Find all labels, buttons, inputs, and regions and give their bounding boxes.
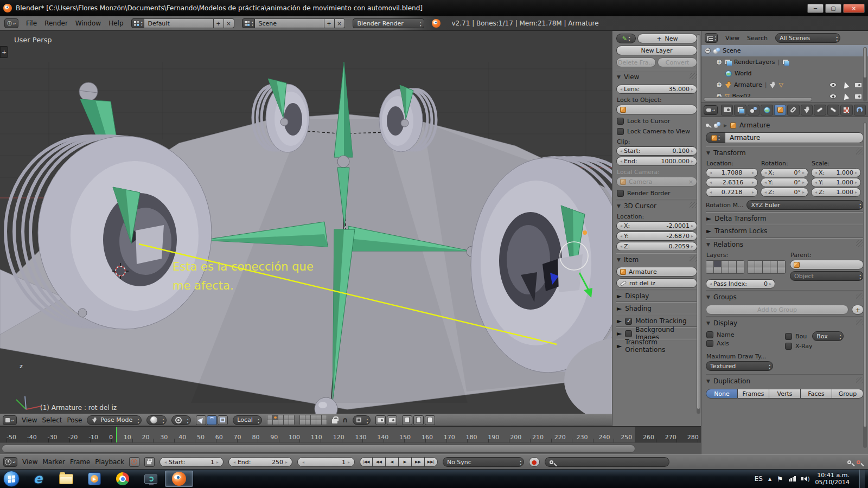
location-y-field[interactable]: -2.6316 — [706, 178, 758, 187]
clip-end-field[interactable]: End: 1000.000 — [616, 157, 697, 166]
screen-layout-selector[interactable]: Default + × — [131, 18, 234, 28]
display-bounds-row[interactable]: Bou Box — [785, 331, 864, 341]
frame-end-field[interactable]: End: 250 — [228, 457, 292, 467]
axis-checkbox[interactable] — [706, 340, 713, 347]
render-border-row[interactable]: Render Border — [617, 190, 697, 197]
renderable-camera-icon[interactable] — [855, 83, 861, 87]
grease-pencil-new-button[interactable]: + New — [637, 34, 697, 43]
visibility-eye-icon[interactable] — [829, 82, 837, 87]
name-checkbox[interactable] — [706, 331, 713, 338]
pin-icon[interactable] — [706, 124, 709, 127]
motion-tracking-checkbox[interactable] — [625, 318, 632, 325]
menu-pose[interactable]: Pose — [67, 416, 82, 424]
menu-view[interactable]: View — [22, 458, 37, 466]
tab-world-icon[interactable] — [761, 105, 773, 115]
pivot-point-selector[interactable] — [171, 415, 191, 425]
copy-pose-button[interactable] — [402, 415, 412, 425]
snap-element-selector[interactable] — [353, 415, 371, 425]
outliner-row-armature[interactable]: + Armature | ▽ — [701, 79, 868, 91]
bounds-type-selector[interactable]: Box — [812, 331, 844, 341]
tab-object-icon[interactable] — [774, 105, 786, 115]
panel-header-relations[interactable]: ▼ Relations — [706, 238, 864, 250]
rotation-mode-selector[interactable]: XYZ Euler — [746, 200, 864, 210]
panel-header-background-images[interactable]: ► Background Images — [616, 327, 697, 339]
xray-checkbox[interactable] — [785, 343, 792, 350]
convert-button[interactable]: Convert — [658, 57, 697, 67]
manipulator-translate-button[interactable] — [196, 415, 206, 425]
object-name-field[interactable]: Armature — [725, 132, 864, 143]
editor-type-icon[interactable] — [705, 33, 718, 43]
renderable-camera-icon[interactable] — [855, 94, 861, 99]
item-bone-field[interactable]: rot del iz — [616, 278, 697, 288]
parent-type-selector[interactable]: Object — [790, 271, 864, 281]
cursor-z-field[interactable]: Z: 0.2059 — [616, 242, 697, 251]
outliner-scrollbar[interactable] — [863, 47, 867, 101]
clip-start-field[interactable]: Start: 0.100 — [616, 146, 697, 156]
menu-render[interactable]: Render — [44, 20, 68, 27]
scene-icon[interactable] — [242, 18, 255, 28]
clock[interactable]: 10:41 a.m. 05/10/2014 — [815, 472, 850, 486]
panel-header-3d-cursor[interactable]: ▼ 3D Cursor — [616, 200, 697, 211]
display-name-row[interactable]: Name — [706, 331, 779, 338]
menu-search[interactable]: Search — [747, 35, 768, 42]
menu-view[interactable]: View — [725, 35, 739, 42]
layers-grid-1[interactable] — [706, 260, 744, 274]
local-camera-field[interactable]: Camera × — [616, 177, 697, 187]
panel-header-duplication[interactable]: ▼ Duplication — [706, 375, 864, 387]
tab-physics-icon[interactable] — [840, 105, 852, 115]
parent-field[interactable] — [790, 260, 864, 269]
panel-header-item[interactable]: ▼ Item — [616, 253, 697, 265]
timeline-hscrollbar[interactable] — [2, 445, 635, 453]
timeline-track[interactable]: -50-40-30-20-100102030405060708090100110… — [0, 426, 701, 442]
menu-frame[interactable]: Frame — [70, 458, 90, 466]
volume-icon[interactable]: ) — [801, 476, 810, 482]
grease-pencil-selector[interactable]: ✎ — [616, 34, 636, 43]
bounds-checkbox[interactable] — [785, 333, 792, 340]
expand-expander-icon[interactable]: + — [716, 82, 722, 88]
item-object-field[interactable]: Armature — [616, 267, 697, 277]
title-bar[interactable]: Blender* [C:\Users\Flores Monzón\Documen… — [0, 0, 868, 16]
location-x-field[interactable]: 1.7088 — [706, 168, 758, 177]
render-border-checkbox[interactable] — [617, 190, 624, 197]
current-frame-field[interactable]: 1 — [297, 457, 355, 467]
lock-range-button[interactable] — [144, 457, 155, 467]
use-preview-range-button[interactable] — [129, 457, 139, 467]
taskbar-media-center[interactable] — [137, 471, 165, 487]
npanel-scrollbar[interactable] — [697, 34, 700, 414]
outliner-row-renderlayers[interactable]: + RenderLayers | — [701, 56, 868, 68]
tab-render-icon[interactable] — [721, 105, 733, 115]
mode-selector[interactable]: Pose Mode — [87, 415, 142, 425]
action-center-flag-icon[interactable]: ⚑ — [777, 475, 783, 483]
viewport-3d[interactable]: User Persp + Esta es la conección que me… — [0, 31, 612, 414]
tab-bone-icon[interactable] — [814, 105, 826, 115]
viewport-shading-selector[interactable] — [146, 415, 167, 425]
lock-camera-row[interactable]: Lock Camera to View — [617, 128, 697, 135]
lock-to-object-field[interactable] — [616, 105, 697, 114]
current-frame-indicator[interactable] — [116, 427, 117, 442]
tab-object-data-icon[interactable] — [801, 105, 813, 115]
duplication-group-button[interactable]: Group — [832, 389, 864, 399]
selectable-cursor-icon[interactable] — [843, 81, 850, 89]
tab-scene-icon[interactable] — [748, 105, 760, 115]
display-axis-row[interactable]: Axis — [706, 340, 779, 347]
scene-name[interactable]: Scene — [255, 18, 324, 28]
layers-grid-2[interactable] — [299, 415, 327, 425]
previous-keyframe-button[interactable]: ◀◀ — [373, 457, 386, 467]
expand-expander-icon[interactable]: + — [716, 59, 722, 65]
active-keying-set-field[interactable] — [545, 457, 669, 467]
editor-type-icon[interactable]: ▴▾ — [704, 105, 718, 115]
layout-add-button[interactable]: + — [214, 18, 224, 28]
delete-keyframe-icon[interactable] — [857, 460, 860, 464]
duplication-frames-button[interactable]: Frames — [738, 389, 769, 399]
panel-header-display[interactable]: ▼ Display — [706, 317, 864, 329]
clear-icon[interactable]: × — [688, 178, 693, 185]
menu-select[interactable]: Select — [42, 416, 62, 424]
layers-grid-2[interactable] — [747, 260, 786, 274]
duplication-faces-button[interactable]: Faces — [801, 389, 832, 399]
layers-grid-1[interactable] — [267, 415, 295, 425]
tab-render-layers-icon[interactable] — [734, 105, 746, 115]
panel-header-transform[interactable]: ▼ Transform — [706, 146, 864, 158]
background-images-checkbox[interactable] — [625, 330, 632, 337]
cursor-y-field[interactable]: Y: -2.6870 — [616, 232, 697, 241]
minimize-button[interactable]: ─ — [807, 4, 824, 13]
